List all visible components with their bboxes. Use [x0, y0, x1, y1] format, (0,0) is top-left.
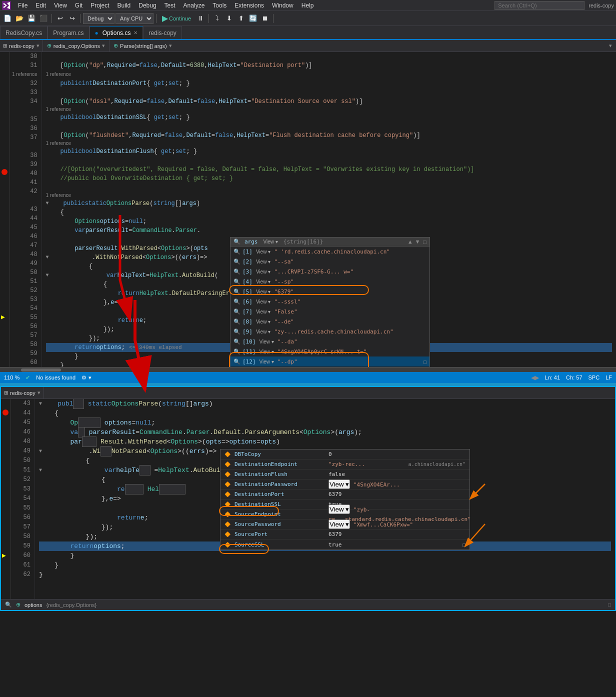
- restart-btn[interactable]: 🔄: [248, 13, 258, 24]
- bottom-loc-project[interactable]: ⊞ redis-copy ▾: [1, 387, 44, 398]
- view-dropdown-btn[interactable]: View ▾: [262, 239, 280, 244]
- bln-43: 43: [13, 399, 30, 408]
- menu-file[interactable]: File: [14, 0, 32, 11]
- row-view-10[interactable]: View ▾: [258, 339, 276, 344]
- dp2-expand-btn[interactable]: □: [462, 540, 466, 550]
- ref-31: 1 reference: [46, 70, 612, 79]
- menu-project[interactable]: Project: [86, 0, 113, 11]
- loc-class[interactable]: ⊕ redis_copy.Options ▾: [43, 40, 110, 52]
- tab-redis-copy[interactable]: redis-copy: [143, 26, 182, 39]
- tab-program[interactable]: Program.cs: [48, 26, 89, 39]
- bln-60: 60: [13, 551, 30, 560]
- scrollbar-thumb[interactable]: [21, 368, 61, 372]
- bcode-60: }: [39, 551, 611, 560]
- debug-config-dropdown[interactable]: Debug: [83, 13, 114, 24]
- row-view-5[interactable]: View ▾: [254, 289, 272, 294]
- code-line-44: {: [46, 208, 612, 217]
- popup-scroll-down[interactable]: ▼: [416, 238, 420, 245]
- row-view-6[interactable]: View ▾: [254, 299, 272, 304]
- loc-method[interactable]: ⊕ Parse(string[] args) ▾: [110, 40, 176, 52]
- ln-40: 40: [12, 169, 38, 178]
- args-label: args: [244, 238, 258, 245]
- row-view-4[interactable]: View ▾: [254, 279, 272, 284]
- sep2: [80, 14, 80, 23]
- tab-rediscopy[interactable]: RedisCopy.cs: [0, 26, 48, 39]
- prop-val-3: false: [328, 470, 345, 479]
- row-view-11[interactable]: View ▾: [258, 349, 276, 354]
- stop-btn[interactable]: ⏹: [260, 13, 270, 24]
- menu-view[interactable]: View: [50, 0, 71, 11]
- code-line-35: public bool DestinationSSL { get; set; }: [46, 113, 612, 122]
- dp2-view-8[interactable]: View ▾: [328, 520, 350, 529]
- scroll-arrows[interactable]: ◀▶: [531, 374, 539, 381]
- dp2-view-7[interactable]: View ▾: [328, 504, 350, 514]
- tab-label-rediscopy: RedisCopy.cs: [6, 30, 42, 36]
- menu-bar: File Edit View Git Project Build Debug T…: [0, 0, 616, 11]
- step-out-btn[interactable]: ⬆: [236, 13, 246, 24]
- menu-debug[interactable]: Debug: [134, 0, 160, 11]
- search-input[interactable]: [494, 1, 584, 10]
- bottom-line-numbers: 43 44 45 46 48 49 50 51 52 53 54 55 56 5…: [11, 399, 35, 599]
- row-view-1[interactable]: View ▾: [254, 249, 272, 254]
- save-all-btn[interactable]: ⬛: [38, 13, 49, 24]
- row-val-12: "--dp": [278, 358, 298, 365]
- ln-ref37: [12, 142, 38, 151]
- menu-tools[interactable]: Tools: [208, 0, 230, 11]
- tab-close-options[interactable]: ✕: [134, 30, 138, 36]
- menu-analyze[interactable]: Analyze: [180, 0, 209, 11]
- row-val-2: "--sa": [274, 258, 294, 265]
- menu-git[interactable]: Git: [71, 0, 86, 11]
- bln-51: 51: [13, 466, 30, 475]
- tab-options[interactable]: ● Options.cs ✕: [90, 26, 144, 39]
- footer-options-icon: ⊕: [16, 602, 20, 608]
- search-icon-9: 🔍: [234, 328, 240, 335]
- undo-btn[interactable]: ↩: [54, 13, 66, 24]
- continue-btn[interactable]: ▶ Continue: [159, 12, 194, 24]
- popup-collapse-btn[interactable]: □: [423, 239, 426, 245]
- row-view-3[interactable]: View ▾: [254, 269, 272, 274]
- popup-scroll-up[interactable]: ▲: [408, 238, 412, 245]
- bln-54: 54: [13, 494, 30, 504]
- new-file-btn[interactable]: 📄: [2, 13, 13, 24]
- redo-btn[interactable]: ↪: [66, 13, 78, 24]
- loc-icon-class: ⊕: [47, 42, 52, 49]
- open-btn[interactable]: 📂: [14, 13, 25, 24]
- menu-extensions[interactable]: Extensions: [230, 0, 268, 11]
- menu-test[interactable]: Test: [160, 0, 180, 11]
- save-btn[interactable]: 💾: [26, 13, 37, 24]
- menu-build[interactable]: Build: [114, 0, 135, 11]
- dp2-str-4: "4SngXO4EAr...: [354, 482, 400, 488]
- menu-edit[interactable]: Edit: [32, 0, 50, 11]
- bottom-loc-chevron: ▾: [38, 390, 40, 396]
- ln-ref43: [12, 196, 38, 205]
- row-val-10: "--da": [278, 338, 298, 345]
- row-view-2[interactable]: View ▾: [254, 259, 272, 264]
- step-into-btn[interactable]: ⬇: [224, 13, 234, 24]
- menu-window[interactable]: Window: [268, 0, 298, 11]
- line-numbers: 30 31 1 reference 32 33 34 35 36 37 38 3…: [10, 52, 42, 367]
- dp2-view-4[interactable]: View ▾: [328, 480, 350, 489]
- cpu-dropdown[interactable]: Any CPU: [116, 13, 154, 24]
- search-icon-6: 🔍: [234, 298, 240, 305]
- prop-name-4: DestinationPassword: [234, 480, 324, 489]
- row-index-2: [2]: [242, 258, 252, 265]
- dp2-destpw: 🔶 DestinationPassword View ▾ "4SngXO4EAr…: [220, 480, 470, 490]
- loc-project[interactable]: ⊞ redis-copy ▾: [0, 40, 43, 52]
- horizontal-scrollbar[interactable]: [0, 367, 616, 372]
- pause-btn[interactable]: ⏸: [195, 13, 206, 24]
- menu-help[interactable]: Help: [298, 0, 318, 11]
- row-view-12[interactable]: View ▾: [258, 359, 276, 364]
- prop-name-9: SourcePort: [234, 530, 324, 539]
- code-line-31: [Option("dp", Required = false, Default …: [46, 61, 612, 70]
- row-val-8: "--de": [274, 318, 294, 325]
- bottom-code-editor[interactable]: ▼ public static Options Parse(string[] a…: [35, 399, 615, 599]
- footer-expand-btn[interactable]: □: [608, 602, 611, 608]
- ln-57: 57: [12, 331, 38, 340]
- prop-name-2: DestinationEndpoint: [234, 460, 324, 469]
- scrollbar-area: [21, 368, 61, 372]
- step-over-btn[interactable]: ⤵: [212, 13, 222, 24]
- row-expand-12[interactable]: □: [424, 359, 426, 364]
- row-view-8[interactable]: View ▾: [254, 319, 272, 324]
- row-view-9[interactable]: View ▾: [254, 329, 272, 334]
- row-view-7[interactable]: View ▾: [254, 309, 272, 314]
